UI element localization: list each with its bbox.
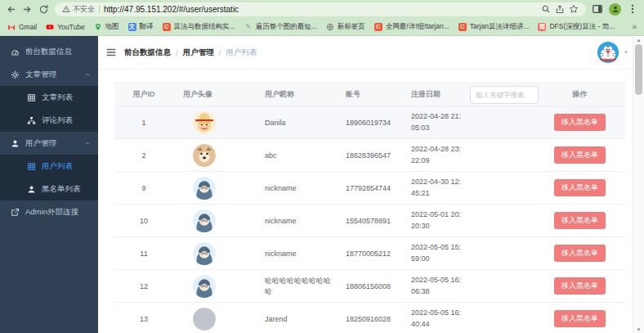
address-bar[interactable]: 不安全 http://47.95.151.202/#/user/userstat… xyxy=(55,2,586,16)
col-register-date: 注册日期 xyxy=(401,83,467,106)
register-date-cell: 2022-05-05 15:59:00 xyxy=(401,237,467,270)
share-icon[interactable] xyxy=(555,4,565,14)
bookmark-label: 翻译 xyxy=(140,22,154,32)
sidebar-item-user-list[interactable]: 用户列表 xyxy=(0,155,98,178)
blacklist-button[interactable]: 移入黑名单 xyxy=(554,310,606,327)
col-search xyxy=(467,83,534,106)
reload-icon[interactable] xyxy=(38,4,49,15)
bookmark-newtab[interactable]: 新标签页 xyxy=(326,22,365,32)
bookmark-label: DFS(深搜)算法 - 简... xyxy=(549,22,615,32)
bookmark-article-1[interactable]: ✎遍历整个图的最短... xyxy=(244,22,317,32)
breadcrumb-item[interactable]: 用户管理 xyxy=(183,47,214,58)
breadcrumb-item: 用户列表 xyxy=(226,47,257,58)
hamburger-icon[interactable] xyxy=(105,47,117,58)
sidebar-item-article-list[interactable]: 文章列表 xyxy=(0,86,98,109)
user-avatar xyxy=(193,308,216,331)
account-cell: 15540578891 xyxy=(336,205,401,237)
scroll-down-icon[interactable]: ▼ xyxy=(633,326,644,333)
bookmark-label: 全网最!详!细!tarjan... xyxy=(386,22,449,32)
register-date-cell: 2022-04-28 23:22:09 xyxy=(401,139,467,172)
admin-app: 前台数据信息文章管理文章列表评论列表用户管理用户列表黑名单列表Admin外部连接… xyxy=(0,36,644,333)
bookmark-youtube[interactable]: YouTube xyxy=(46,23,84,31)
register-date-cell: 2022-05-01 20:20:30 xyxy=(401,205,467,237)
sidebar-item-article-mgmt[interactable]: 文章管理 xyxy=(0,63,98,86)
bookmark-gmail[interactable]: Gmail xyxy=(7,23,37,31)
user-id-cell: 1 xyxy=(114,106,173,139)
sidebar-nav: 前台数据信息文章管理文章列表评论列表用户管理用户列表黑名单列表Admin外部连接 xyxy=(0,36,98,333)
avatar-cell xyxy=(173,303,255,333)
sidebar-item-admin-link[interactable]: Admin外部连接 xyxy=(0,200,98,223)
bookmark-csdn-3[interactable]: CTarjan算法详细讲... xyxy=(458,22,530,32)
nickname-cell: nickname xyxy=(255,205,336,237)
register-date-cell: 2022-04-28 21:05:03 xyxy=(401,106,467,139)
csdn-icon: C xyxy=(163,23,171,31)
table-header-row: 用户ID 用户头像 用户昵称 账号 注册日期 操作 xyxy=(114,83,625,106)
blacklist-button[interactable]: 移入黑名单 xyxy=(554,146,606,164)
bookmark-label: 地图 xyxy=(105,22,119,32)
bookmark-csdn-2[interactable]: C全网最!详!细!tarjan... xyxy=(374,22,449,32)
user-id-cell: 12 xyxy=(114,270,173,303)
table-row: 2abc186283965472022-04-28 23:22:09移入黑名单 xyxy=(114,139,625,172)
col-account: 账号 xyxy=(336,83,401,106)
page-scrollbar[interactable]: ▲ ▼ xyxy=(633,36,644,333)
user-id-cell: 9 xyxy=(114,172,173,205)
scrollbar-thumb[interactable] xyxy=(635,44,642,95)
user-menu[interactable] xyxy=(597,41,629,64)
bookmark-star-icon[interactable] xyxy=(569,4,579,14)
bookmark-translate[interactable]: 文翻译 xyxy=(128,22,154,32)
sidebar-item-blacklist[interactable]: 黑名单列表 xyxy=(0,178,98,200)
search-column-cell xyxy=(467,303,534,333)
omnibox-divider xyxy=(99,5,100,13)
bookmark-csdn-1[interactable]: C算法与数据结构实... xyxy=(163,22,235,32)
user-icon xyxy=(11,139,20,148)
bookmark-maps[interactable]: 地图 xyxy=(94,22,119,32)
sidebar-item-label: 评论列表 xyxy=(42,115,73,126)
blacklist-button[interactable]: 移入黑名单 xyxy=(554,212,606,229)
user-list-page: 用户ID 用户头像 用户昵称 账号 注册日期 操作 1Danila1890601… xyxy=(98,70,644,333)
grid-icon xyxy=(27,93,36,102)
sitemap-icon xyxy=(27,116,36,125)
col-nickname: 用户昵称 xyxy=(255,83,336,106)
sidebar-item-front-data[interactable]: 前台数据信息 xyxy=(0,40,98,63)
register-date-cell: 2022-05-05 16:40:44 xyxy=(401,303,467,333)
search-input[interactable] xyxy=(470,86,539,104)
blacklist-button[interactable]: 移入黑名单 xyxy=(554,114,606,131)
nickname-cell: nickname xyxy=(255,237,336,270)
nickname-cell: Jarend xyxy=(255,303,336,333)
forward-icon[interactable] xyxy=(22,4,33,15)
sidebar-item-user-mgmt[interactable]: 用户管理 xyxy=(0,132,98,155)
blacklist-button[interactable]: 移入黑名单 xyxy=(554,277,606,295)
user-id-cell: 13 xyxy=(114,303,173,333)
bookmarks-overflow-chevron[interactable]: » xyxy=(632,22,637,31)
security-chip[interactable]: 不安全 xyxy=(62,4,95,15)
sidebar-item-label: 用户列表 xyxy=(42,161,73,172)
nickname-cell: 哈哈哈哈哈哈哈哈哈哈 xyxy=(255,270,336,303)
browser-profile-avatar[interactable] xyxy=(609,3,621,16)
sidebar-item-comment-list[interactable]: 评论列表 xyxy=(0,109,98,132)
back-icon[interactable] xyxy=(6,4,16,15)
scroll-up-icon[interactable]: ▲ xyxy=(633,36,644,43)
user-id-cell: 11 xyxy=(114,237,173,270)
blacklist-button[interactable]: 移入黑名单 xyxy=(554,245,606,262)
user-avatar xyxy=(193,144,216,167)
nickname-cell: abc xyxy=(255,139,336,172)
bookmark-jianshu[interactable]: 简DFS(深搜)算法 - 简... xyxy=(538,22,615,32)
search-column-cell xyxy=(467,106,534,139)
register-date-cell: 2022-05-05 16:06:38 xyxy=(401,270,467,303)
col-actions: 操作 xyxy=(534,83,625,106)
sidebar-item-label: 前台数据信息 xyxy=(25,47,72,57)
breadcrumb-item[interactable]: 前台数据信息 xyxy=(124,47,171,58)
table-row: 9nickname177928547442022-04-30 12:45:21移… xyxy=(114,172,625,205)
user-table: 用户ID 用户头像 用户昵称 账号 注册日期 操作 1Danila1890601… xyxy=(114,83,625,333)
browser-menu-icon[interactable] xyxy=(627,3,638,15)
user-avatar xyxy=(193,275,216,298)
register-date-text: 2022-05-05 15:59:00 xyxy=(411,242,463,265)
zoom-icon[interactable] xyxy=(541,4,551,14)
side-panel-icon[interactable] xyxy=(592,3,603,15)
blacklist-button[interactable]: 移入黑名单 xyxy=(554,179,606,196)
bookmarks-bar: GmailYouTube地图文翻译C算法与数据结构实...✎遍历整个图的最短..… xyxy=(0,18,644,36)
nickname-cell: Danila xyxy=(255,106,336,139)
register-date-text: 2022-04-30 12:45:21 xyxy=(411,177,463,200)
search-column-cell xyxy=(467,270,534,303)
breadcrumb: 前台数据信息/用户管理/用户列表 xyxy=(124,47,257,58)
